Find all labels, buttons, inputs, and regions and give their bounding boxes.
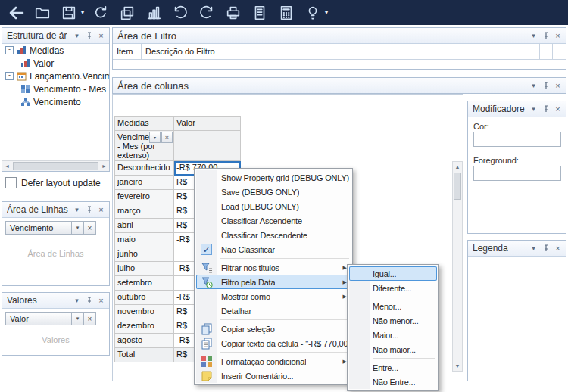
value-field-chip-valor[interactable]: Valor ▾ × — [5, 312, 96, 325]
submenu-item-nao-maior[interactable]: Não maior... — [349, 342, 437, 356]
pin-icon[interactable] — [83, 204, 95, 216]
menu-item-load-debug[interactable]: Load (DEBUG ONLY) — [196, 199, 351, 213]
row-label[interactable]: abril — [115, 219, 174, 233]
save-dropdown-caret[interactable]: ▾ — [81, 9, 84, 16]
row-label[interactable]: março — [115, 204, 174, 219]
menu-item-show-property-grid[interactable]: Show Property grid (DEBUG ONLY) — [196, 170, 351, 185]
tree-item-vencimento-mes[interactable]: Vencimento - Mes — [2, 82, 109, 95]
scroll-right-icon[interactable]: ► — [99, 163, 109, 169]
menu-item-classificar-ascendente[interactable]: Classificar Ascendente — [196, 213, 351, 228]
refresh-button[interactable] — [91, 3, 111, 23]
submenu-item-maior[interactable]: Maior... — [349, 328, 437, 342]
pin-icon[interactable] — [540, 104, 551, 115]
filter-col-extra-1[interactable] — [540, 44, 553, 59]
panel-menu-icon[interactable]: ▾ — [528, 30, 539, 42]
close-icon[interactable]: × — [95, 295, 107, 306]
menu-item-detalhar[interactable]: Detalhar — [196, 303, 351, 318]
menu-item-formatacao-condicional[interactable]: Formatação condicional ▶ — [196, 354, 351, 369]
scrollbar-thumb[interactable] — [454, 173, 461, 200]
filter-col-item[interactable]: Item — [113, 44, 142, 59]
submenu-item-menor[interactable]: Menor... — [349, 299, 437, 313]
row-label[interactable]: fevereiro — [115, 190, 174, 204]
panel-menu-icon[interactable]: ▾ — [71, 295, 83, 306]
panel-menu-icon[interactable]: ▾ — [528, 80, 539, 92]
submenu-item-nao-entre[interactable]: Não Entre... — [349, 375, 437, 389]
open-folder-button[interactable] — [33, 3, 52, 23]
cor-input[interactable] — [473, 132, 561, 147]
pivot-measures-header[interactable]: Medidas — [115, 117, 174, 131]
tips-button[interactable] — [303, 3, 323, 23]
collapse-icon[interactable]: - — [5, 72, 14, 80]
calculator-button[interactable] — [276, 3, 296, 23]
defer-checkbox[interactable] — [5, 177, 17, 188]
menu-item-copiar-selecao[interactable]: Copiar seleção — [196, 322, 351, 336]
tree-horizontal-scrollbar[interactable]: ◄ ► — [2, 160, 109, 171]
pin-icon[interactable] — [540, 80, 551, 92]
panel-menu-icon[interactable]: ▾ — [71, 30, 83, 42]
filter-col-descricao[interactable]: Descrição do Filtro — [142, 44, 540, 59]
tips-dropdown-caret[interactable]: ▾ — [325, 9, 328, 16]
close-icon[interactable]: × — [552, 243, 563, 254]
row-label[interactable]: maio — [115, 233, 174, 247]
menu-item-filtro-pela-data[interactable]: Filtro pela Data ▶ — [196, 275, 351, 289]
submenu-item-diferente[interactable]: Diferente... — [349, 281, 437, 295]
row-label[interactable]: dezembro — [115, 319, 174, 334]
tree-item-valor[interactable]: Valor — [2, 57, 109, 70]
chip-filter-icon[interactable]: ▾ — [71, 222, 83, 234]
close-icon[interactable]: × — [552, 80, 563, 92]
row-label[interactable]: outubro — [115, 291, 174, 305]
total-label[interactable]: Total — [115, 348, 174, 362]
menu-item-mostrar-como[interactable]: Mostrar como ▶ — [196, 289, 351, 303]
menu-item-save-debug[interactable]: Save (DEBUG ONLY) — [196, 185, 351, 199]
pin-icon[interactable] — [83, 30, 95, 42]
collapse-icon[interactable]: - — [5, 46, 14, 54]
field-filter-icon[interactable]: ▾ — [149, 132, 161, 143]
pivot-value-header[interactable]: Valor — [174, 117, 241, 131]
pivot-column-field[interactable]: Vencimento - Mes (por extenso) ▾ × — [115, 131, 174, 161]
back-button[interactable] — [6, 3, 26, 23]
panel-menu-icon[interactable]: ▾ — [528, 243, 539, 254]
row-label[interactable]: agosto — [115, 334, 174, 348]
chip-close-icon[interactable]: × — [83, 222, 95, 234]
print-preview-button[interactable] — [250, 3, 270, 23]
grid-vertical-scrollbar[interactable]: ▲ ▼ — [452, 161, 463, 372]
submenu-item-nao-menor[interactable]: Não menor... — [349, 313, 437, 328]
submenu-item-igual[interactable]: Igual... — [349, 266, 437, 281]
menu-item-filtrar-nos-titulos[interactable]: Filtrar nos titulos ▶ — [196, 260, 351, 275]
tree-item-vencimento[interactable]: Vencimento — [2, 95, 109, 108]
print-button[interactable] — [223, 3, 243, 23]
row-label[interactable]: novembro — [115, 305, 174, 319]
submenu-item-entre[interactable]: Entre... — [349, 360, 437, 375]
scroll-left-icon[interactable]: ◄ — [2, 163, 12, 169]
chart-button[interactable] — [144, 3, 164, 23]
chip-filter-icon[interactable]: ▾ — [71, 313, 83, 325]
panel-menu-icon[interactable]: ▾ — [71, 204, 83, 216]
row-label[interactable]: julho — [115, 262, 174, 276]
undo-button[interactable] — [170, 3, 190, 23]
scrollbar-thumb[interactable] — [13, 162, 98, 170]
row-label[interactable]: junho — [115, 247, 174, 262]
foreground-input[interactable] — [473, 166, 561, 181]
menu-item-classificar-descendente[interactable]: Classificar Descendente — [196, 228, 351, 242]
filter-col-extra-2[interactable] — [553, 44, 566, 59]
menu-item-inserir-comentario[interactable]: Inserir Comentário... — [196, 369, 351, 383]
panel-menu-icon[interactable]: ▾ — [528, 104, 539, 115]
close-icon[interactable]: × — [95, 204, 107, 216]
row-label[interactable]: Desconhecido — [115, 161, 174, 176]
row-label[interactable]: setembro — [115, 276, 174, 291]
pin-icon[interactable] — [83, 295, 95, 306]
menu-item-nao-classificar[interactable]: ✓ Nao Classificar — [196, 242, 351, 257]
tree-item-lancamento[interactable]: - Lançamento.Vencimen — [2, 70, 109, 82]
copy-button[interactable] — [117, 3, 137, 23]
pin-icon[interactable] — [540, 30, 551, 42]
field-close-icon[interactable]: × — [161, 132, 173, 143]
pin-icon[interactable] — [540, 243, 551, 254]
save-button[interactable] — [59, 3, 79, 23]
close-icon[interactable]: × — [95, 30, 107, 42]
close-icon[interactable]: × — [552, 104, 563, 115]
redo-button[interactable] — [197, 3, 217, 23]
row-label[interactable]: janeiro — [115, 176, 174, 190]
chip-close-icon[interactable]: × — [83, 313, 95, 325]
tree-item-medidas[interactable]: - Medidas — [2, 44, 109, 57]
close-icon[interactable]: × — [552, 30, 563, 42]
